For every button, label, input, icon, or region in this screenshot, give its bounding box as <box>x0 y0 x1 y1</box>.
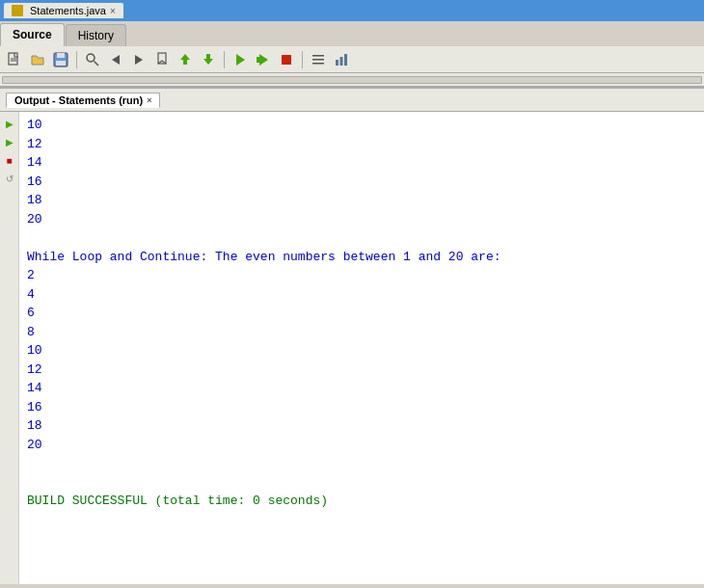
rerun-side-icon[interactable]: ↺ <box>2 171 17 186</box>
new-file-button[interactable] <box>4 49 25 70</box>
next-bookmark-button[interactable] <box>198 49 219 70</box>
save-button[interactable] <box>50 49 71 70</box>
output-line: 20 <box>27 210 696 229</box>
open-file-button[interactable] <box>27 49 48 70</box>
svg-rect-21 <box>312 63 324 65</box>
output-line: 14 <box>27 153 696 173</box>
file-tab-label: Statements.java <box>30 5 106 16</box>
output-content: 101214161820 While Loop and Continue: Th… <box>19 112 704 584</box>
svg-line-7 <box>95 61 99 66</box>
prev-bookmark-button[interactable] <box>175 49 196 70</box>
run2-side-icon[interactable]: ▶ <box>2 134 17 149</box>
editor-scroll-row[interactable] <box>0 73 704 87</box>
output-line: 16 <box>27 398 696 417</box>
output-line: 12 <box>27 135 696 154</box>
output-line: While Loop and Continue: The even number… <box>27 248 696 267</box>
run-side-icon[interactable]: ▶ <box>2 116 17 131</box>
search-button[interactable] <box>82 49 103 70</box>
prev-occurrence-button[interactable] <box>105 49 126 70</box>
svg-marker-9 <box>135 55 143 65</box>
output-line: 20 <box>27 436 696 455</box>
history-tab[interactable]: History <box>66 24 126 46</box>
next-occurrence-button[interactable] <box>128 49 149 70</box>
source-tab[interactable]: Source <box>0 23 65 46</box>
horizontal-scrollbar[interactable] <box>2 76 702 84</box>
close-tab-icon[interactable]: × <box>110 6 116 16</box>
toolbar-buttons <box>0 46 704 73</box>
file-tab[interactable]: Statements.java × <box>4 3 123 18</box>
svg-marker-11 <box>180 54 190 60</box>
svg-rect-20 <box>312 59 324 61</box>
java-file-icon <box>12 5 23 16</box>
close-output-icon[interactable]: × <box>147 95 151 105</box>
output-line: 16 <box>27 173 696 192</box>
run-button[interactable] <box>230 49 251 70</box>
svg-rect-23 <box>340 57 343 66</box>
output-tab[interactable]: Output - Statements (run) × <box>6 93 160 108</box>
output-line: 18 <box>27 191 696 210</box>
output-line: 14 <box>27 379 696 398</box>
svg-marker-13 <box>203 59 213 65</box>
output-line: BUILD SUCCESSFUL (total time: 0 seconds) <box>27 492 696 511</box>
output-line: 2 <box>27 266 696 285</box>
svg-marker-15 <box>236 54 245 66</box>
stop-button[interactable] <box>276 49 297 70</box>
svg-rect-24 <box>344 54 347 66</box>
output-line: 12 <box>27 361 696 380</box>
output-line: 8 <box>27 323 696 342</box>
svg-marker-16 <box>259 54 268 66</box>
svg-point-6 <box>87 54 95 62</box>
editor-tabs-row: Source History <box>0 21 704 46</box>
toolbar-area: Source History <box>0 21 704 88</box>
settings-button[interactable] <box>308 49 329 70</box>
svg-rect-10 <box>158 53 166 64</box>
output-body-area: ▶ ▶ ■ ↺ 101214161820 While Loop and Cont… <box>0 112 704 584</box>
separator-1 <box>76 51 77 68</box>
chart-button[interactable] <box>331 49 352 70</box>
output-line: 6 <box>27 304 696 323</box>
stop-side-icon[interactable]: ■ <box>2 152 17 168</box>
title-bar: Statements.java × <box>0 0 704 21</box>
svg-marker-8 <box>112 55 120 65</box>
separator-2 <box>224 51 225 68</box>
svg-rect-12 <box>183 60 187 65</box>
output-line <box>27 473 696 493</box>
output-line: 4 <box>27 285 696 305</box>
output-line <box>27 228 696 248</box>
output-section: Output - Statements (run) × ▶ ▶ ■ ↺ 1012… <box>0 88 704 584</box>
svg-rect-19 <box>312 55 324 57</box>
output-line: 10 <box>27 116 696 135</box>
svg-rect-5 <box>56 61 66 66</box>
svg-rect-14 <box>206 54 210 59</box>
output-tab-label: Output - Statements (run) <box>14 94 143 106</box>
svg-rect-17 <box>257 57 259 63</box>
toggle-bookmark-button[interactable] <box>151 49 173 70</box>
output-header: Output - Statements (run) × <box>0 89 704 112</box>
side-toolbar: ▶ ▶ ■ ↺ <box>0 112 19 584</box>
svg-rect-18 <box>282 55 291 65</box>
separator-3 <box>302 51 303 68</box>
debug-button[interactable] <box>253 49 274 70</box>
output-line: 10 <box>27 341 696 361</box>
output-line <box>27 454 696 473</box>
output-line: 18 <box>27 416 696 436</box>
svg-rect-22 <box>336 60 338 66</box>
svg-rect-4 <box>57 53 65 58</box>
